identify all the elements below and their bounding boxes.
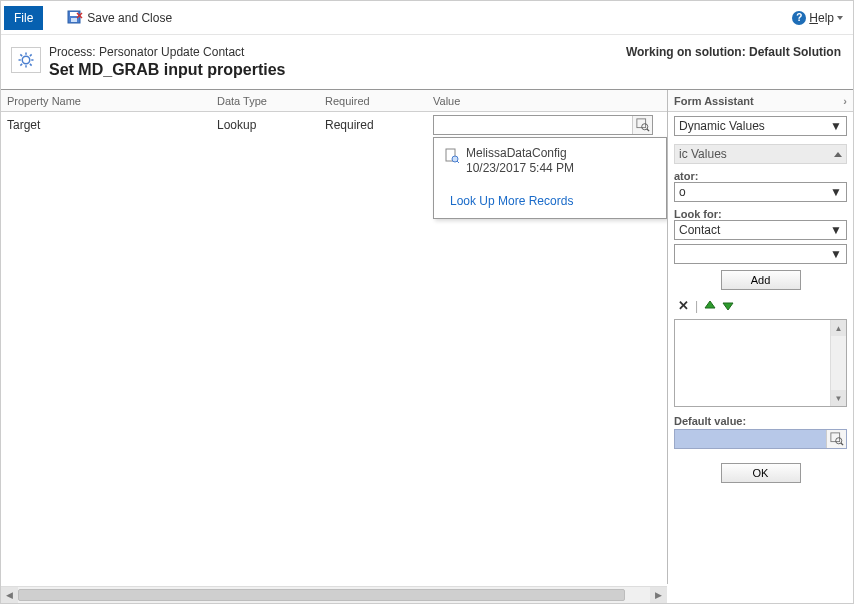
move-down-icon[interactable] bbox=[722, 300, 734, 312]
save-close-label: Save and Close bbox=[87, 11, 172, 25]
values-section-label: ic Values bbox=[679, 147, 727, 161]
svg-rect-1 bbox=[70, 12, 78, 16]
lookup-button[interactable] bbox=[632, 116, 652, 134]
ribbon: File Save and Close ? Help bbox=[1, 1, 853, 35]
svg-line-16 bbox=[646, 129, 648, 131]
save-close-icon bbox=[67, 10, 83, 26]
form-assistant-panel: Form Assistant › Dynamic Values ▼ ic Val… bbox=[667, 90, 853, 584]
cell-value bbox=[427, 115, 667, 135]
lookup-more-records-link[interactable]: Look Up More Records bbox=[434, 184, 666, 218]
file-menu-button[interactable]: File bbox=[4, 6, 43, 30]
svg-line-11 bbox=[30, 64, 32, 66]
collapse-icon bbox=[834, 152, 842, 157]
operator-label: ator: bbox=[674, 170, 847, 182]
default-value-lookup-button[interactable] bbox=[826, 430, 846, 448]
scrollbar-horizontal[interactable]: ◀ ▶ bbox=[1, 586, 667, 603]
process-label: Process: Personator Update Contact bbox=[49, 45, 285, 59]
move-up-icon[interactable] bbox=[704, 300, 716, 312]
help-menu[interactable]: ? Help bbox=[792, 11, 843, 25]
default-value-field[interactable] bbox=[674, 429, 847, 449]
lookup-dropdown: MelissaDataConfig 10/23/2017 5:44 PM Loo… bbox=[433, 137, 667, 219]
dynamic-values-label: Dynamic Values bbox=[679, 119, 765, 133]
help-label: Help bbox=[809, 11, 834, 25]
look-for-value: Contact bbox=[679, 223, 720, 237]
table-row: Target Lookup Required bbox=[1, 112, 667, 138]
operator-value: o bbox=[679, 185, 686, 199]
svg-rect-22 bbox=[830, 433, 839, 442]
page-header: Process: Personator Update Contact Set M… bbox=[1, 35, 853, 89]
chevron-right-icon: › bbox=[843, 95, 847, 107]
scroll-left-button[interactable]: ◀ bbox=[1, 587, 18, 603]
form-assistant-header[interactable]: Form Assistant › bbox=[668, 90, 853, 112]
svg-rect-2 bbox=[71, 18, 77, 22]
ok-button[interactable]: OK bbox=[721, 463, 801, 483]
cell-required: Required bbox=[319, 118, 427, 132]
select-caret-icon: ▼ bbox=[830, 223, 842, 237]
form-assistant-title: Form Assistant bbox=[674, 95, 754, 107]
lookup-item-name: MelissaDataConfig bbox=[466, 146, 574, 161]
col-value: Value bbox=[427, 95, 667, 107]
lookup-item-meta: 10/23/2017 5:44 PM bbox=[466, 161, 574, 176]
col-required: Required bbox=[319, 95, 427, 107]
svg-line-13 bbox=[20, 64, 22, 66]
default-value-label: Default value: bbox=[674, 415, 847, 427]
list-toolbar: ✕ | bbox=[678, 298, 847, 313]
svg-point-15 bbox=[641, 124, 647, 130]
scrollbar-vertical[interactable]: ▲ ▼ bbox=[830, 320, 846, 406]
solution-label: Working on solution: Default Solution bbox=[626, 45, 841, 59]
scroll-thumb[interactable] bbox=[18, 589, 625, 601]
svg-line-24 bbox=[840, 443, 842, 445]
select-caret-icon: ▼ bbox=[830, 247, 842, 261]
col-data-type: Data Type bbox=[211, 95, 319, 107]
cell-property-name: Target bbox=[1, 118, 211, 132]
chevron-down-icon bbox=[837, 16, 843, 20]
svg-point-23 bbox=[835, 438, 841, 444]
table-header: Property Name Data Type Required Value bbox=[1, 90, 667, 112]
operator-select[interactable]: o ▼ bbox=[674, 182, 847, 202]
lookup-input[interactable] bbox=[434, 116, 632, 134]
save-and-close-button[interactable]: Save and Close bbox=[67, 10, 172, 26]
scroll-down-button[interactable]: ▼ bbox=[831, 390, 846, 406]
look-for-attribute-select[interactable]: ▼ bbox=[674, 244, 847, 264]
cell-data-type: Lookup bbox=[211, 118, 319, 132]
values-listbox[interactable]: ▲ ▼ bbox=[674, 319, 847, 407]
remove-icon[interactable]: ✕ bbox=[678, 298, 689, 313]
process-icon bbox=[11, 47, 41, 73]
scroll-up-button[interactable]: ▲ bbox=[831, 320, 846, 336]
svg-point-5 bbox=[22, 56, 30, 64]
default-value-input[interactable] bbox=[675, 430, 826, 448]
page-title: Set MD_GRAB input properties bbox=[49, 61, 285, 79]
properties-panel: Property Name Data Type Required Value T… bbox=[1, 90, 667, 584]
lookup-field[interactable] bbox=[433, 115, 653, 135]
look-for-entity-select[interactable]: Contact ▼ bbox=[674, 220, 847, 240]
svg-line-10 bbox=[20, 54, 22, 56]
look-for-label: Look for: bbox=[674, 208, 847, 220]
main-content: Property Name Data Type Required Value T… bbox=[1, 90, 853, 584]
svg-line-19 bbox=[457, 161, 459, 163]
scroll-track[interactable] bbox=[18, 587, 650, 603]
lookup-result-item[interactable]: MelissaDataConfig 10/23/2017 5:44 PM bbox=[434, 138, 666, 184]
scroll-right-button[interactable]: ▶ bbox=[650, 587, 667, 603]
separator: | bbox=[695, 299, 698, 313]
select-caret-icon: ▼ bbox=[830, 119, 842, 133]
svg-marker-21 bbox=[723, 303, 733, 310]
dynamic-values-select[interactable]: Dynamic Values ▼ bbox=[674, 116, 847, 136]
svg-marker-20 bbox=[705, 301, 715, 308]
svg-line-12 bbox=[30, 54, 32, 56]
values-section-header[interactable]: ic Values bbox=[674, 144, 847, 164]
col-property-name: Property Name bbox=[1, 95, 211, 107]
svg-rect-14 bbox=[636, 119, 645, 128]
record-icon bbox=[444, 148, 460, 164]
add-button[interactable]: Add bbox=[721, 270, 801, 290]
select-caret-icon: ▼ bbox=[830, 185, 842, 199]
help-icon: ? bbox=[792, 11, 806, 25]
